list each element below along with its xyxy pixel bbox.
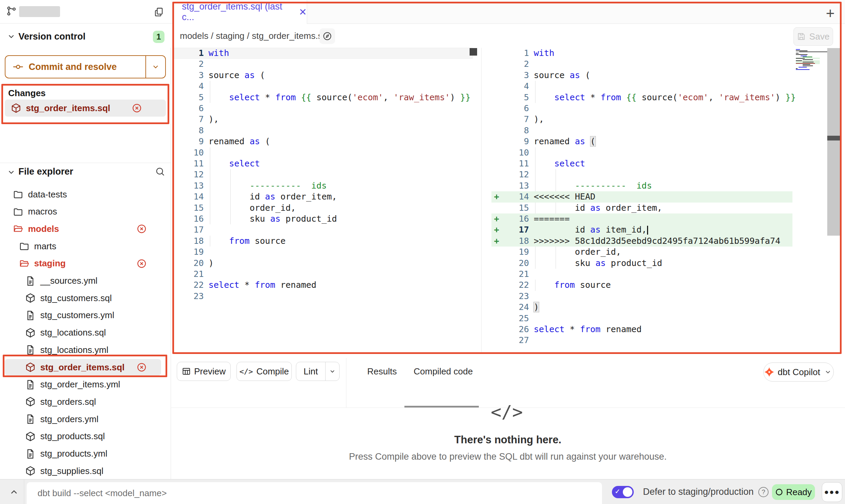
new-tab-plus-icon[interactable]: + — [826, 5, 835, 22]
code-line-16[interactable]: 16 sku as product_id — [172, 213, 473, 224]
revert-file-icon[interactable] — [137, 362, 147, 372]
code-line-4[interactable]: 4 — [172, 81, 473, 92]
version-control-title[interactable]: Version control — [18, 31, 86, 42]
code-line-23[interactable]: 23 — [172, 291, 473, 302]
command-input[interactable]: dbt build --select <model_name> — [27, 482, 602, 504]
code-line-26[interactable]: 26select * from renamed — [491, 324, 792, 335]
file-explorer-item-stg_order_items.yml[interactable]: stg_order_items.yml — [0, 376, 171, 393]
commit-dropdown-chevron-icon[interactable] — [146, 56, 165, 78]
code-pane-conflict[interactable]: 1with23source as (45 select * from {{ so… — [491, 48, 792, 355]
file-explorer-item-data-tests[interactable]: data-tests — [0, 186, 171, 203]
code-line-13[interactable]: 13 ---------- ids — [172, 180, 473, 191]
code-line-3[interactable]: 3source as ( — [172, 70, 473, 81]
file-explorer-title[interactable]: File explorer — [18, 166, 73, 177]
copy-docs-icon[interactable] — [154, 7, 164, 18]
code-line-20[interactable]: 20) — [172, 258, 473, 269]
file-explorer-item-__sources.yml[interactable]: __sources.yml — [0, 272, 171, 290]
compass-explore-icon[interactable] — [319, 28, 335, 44]
file-explorer-item-stg_supplies.sql[interactable]: stg_supplies.sql — [0, 462, 171, 479]
code-line-14[interactable]: +14<<<<<<< HEAD — [491, 191, 792, 202]
file-explorer-item-stg_locations.sql[interactable]: stg_locations.sql — [0, 324, 171, 341]
file-explorer-item-staging[interactable]: staging — [0, 255, 171, 272]
code-line-5[interactable]: 5 select * from {{ source('ecom', 'raw_i… — [172, 92, 473, 103]
code-line-9[interactable]: 9renamed as ( — [491, 136, 792, 147]
file-explorer-item-models[interactable]: models — [0, 220, 171, 237]
tab-close-icon[interactable]: ✕ — [299, 6, 307, 18]
file-explorer-item-stg_products.yml[interactable]: stg_products.yml — [0, 445, 171, 462]
code-line-14[interactable]: 14 id as order_item, — [172, 191, 473, 202]
code-line-2[interactable]: 2 — [491, 59, 792, 70]
code-pane-original[interactable]: 1with23source as (45 select * from {{ so… — [172, 48, 473, 355]
help-icon[interactable]: ? — [758, 487, 769, 497]
file-explorer-item-stg_orders.sql[interactable]: stg_orders.sql — [0, 393, 171, 410]
code-line-12[interactable]: 12 — [172, 169, 473, 180]
code-line-8[interactable]: 8 — [172, 125, 473, 136]
left-pane-scrollbar-thumb[interactable] — [470, 48, 477, 56]
chevron-down-icon[interactable] — [7, 168, 16, 177]
file-explorer-item-stg_locations.yml[interactable]: stg_locations.yml — [0, 341, 171, 358]
save-button[interactable]: Save — [793, 27, 833, 46]
dbt-copilot-button[interactable]: dbt Copilot — [763, 362, 834, 382]
tab-results[interactable]: Results — [367, 362, 397, 381]
code-line-11[interactable]: 11 select — [172, 158, 473, 169]
file-explorer-item-stg_customers.yml[interactable]: stg_customers.yml — [0, 307, 171, 324]
code-line-17[interactable]: +17 id as item_id, — [491, 224, 792, 235]
code-line-12[interactable]: 12 — [491, 169, 792, 180]
code-line-22[interactable]: 22select * from renamed — [172, 280, 473, 291]
code-line-4[interactable]: 4 — [491, 81, 792, 92]
code-line-19[interactable]: 19 — [172, 247, 473, 257]
expand-console-chevron-icon[interactable] — [9, 487, 19, 497]
code-line-19[interactable]: 19 order_id, — [491, 247, 792, 257]
code-line-23[interactable]: 23 — [491, 291, 792, 302]
code-line-7[interactable]: 7), — [491, 114, 792, 125]
code-line-15[interactable]: 15 order_id, — [172, 203, 473, 213]
code-line-18[interactable]: 18 from source — [172, 236, 473, 247]
code-line-10[interactable]: 10 — [491, 147, 792, 158]
code-line-13[interactable]: 13 ---------- ids — [491, 180, 792, 191]
code-line-16[interactable]: +16======= — [491, 213, 792, 224]
commit-and-resolve-button[interactable]: Commit and resolve — [5, 55, 166, 78]
tab-stg-order-items[interactable]: stg_order_items.sql (last c... ✕ — [172, 0, 307, 24]
code-line-24[interactable]: 24) — [491, 302, 792, 313]
revert-file-icon[interactable] — [132, 103, 142, 113]
code-line-25[interactable]: 25 — [491, 313, 792, 324]
code-line-9[interactable]: 9renamed as ( — [172, 136, 473, 147]
defer-toggle[interactable]: ✓ — [612, 486, 634, 498]
code-line-6[interactable]: 6 — [172, 103, 473, 114]
code-line-5[interactable]: 5 select * from {{ source('ecom', 'raw_i… — [491, 92, 792, 103]
revert-file-icon[interactable] — [137, 258, 147, 269]
lint-button[interactable]: Lint — [296, 362, 340, 381]
file-explorer-item-stg_customers.sql[interactable]: stg_customers.sql — [0, 290, 171, 307]
code-line-20[interactable]: 20 sku as product_id — [491, 258, 792, 269]
code-line-8[interactable]: 8 — [491, 125, 792, 136]
file-explorer-item-stg_order_items.sql[interactable]: stg_order_items.sql — [0, 359, 171, 376]
code-line-18[interactable]: +18>>>>>>> 58c1dd23d5eebd9cd2495fa7124ab… — [491, 236, 792, 247]
code-line-21[interactable]: 21 — [172, 269, 473, 280]
compile-button[interactable]: </> Compile — [237, 362, 292, 381]
code-line-11[interactable]: 11 select — [491, 158, 792, 169]
code-line-10[interactable]: 10 — [172, 147, 473, 158]
changes-file-row[interactable]: stg_order_items.sql — [5, 100, 166, 117]
file-explorer-item-stg_orders.yml[interactable]: stg_orders.yml — [0, 411, 171, 428]
file-explorer-item-stg_products.sql[interactable]: stg_products.sql — [0, 428, 171, 445]
code-line-22[interactable]: 22 from source — [491, 280, 792, 291]
code-line-1[interactable]: 1with — [172, 48, 473, 59]
file-explorer-item-marts[interactable]: marts — [0, 238, 171, 255]
file-explorer-item-macros[interactable]: macros — [0, 203, 171, 220]
code-line-27[interactable]: 27 — [491, 335, 792, 346]
tab-compiled-code[interactable]: Compiled code — [414, 362, 473, 381]
editor-scrollbar-thumb[interactable] — [827, 48, 842, 236]
code-line-2[interactable]: 2 — [172, 59, 473, 70]
preview-button[interactable]: Preview — [177, 362, 231, 381]
search-icon[interactable] — [155, 166, 165, 177]
code-line-17[interactable]: 17 — [172, 224, 473, 235]
code-line-3[interactable]: 3source as ( — [491, 70, 792, 81]
code-line-1[interactable]: 1with — [491, 48, 792, 59]
code-line-21[interactable]: 21 — [491, 269, 792, 280]
ready-status-badge[interactable]: Ready — [772, 484, 815, 500]
code-line-15[interactable]: 15 id as order_item, — [491, 203, 792, 213]
more-options-button[interactable]: ●●● — [822, 482, 842, 502]
minimap[interactable] — [796, 49, 818, 72]
lint-dropdown-chevron-icon[interactable] — [326, 362, 339, 381]
revert-file-icon[interactable] — [137, 224, 147, 234]
